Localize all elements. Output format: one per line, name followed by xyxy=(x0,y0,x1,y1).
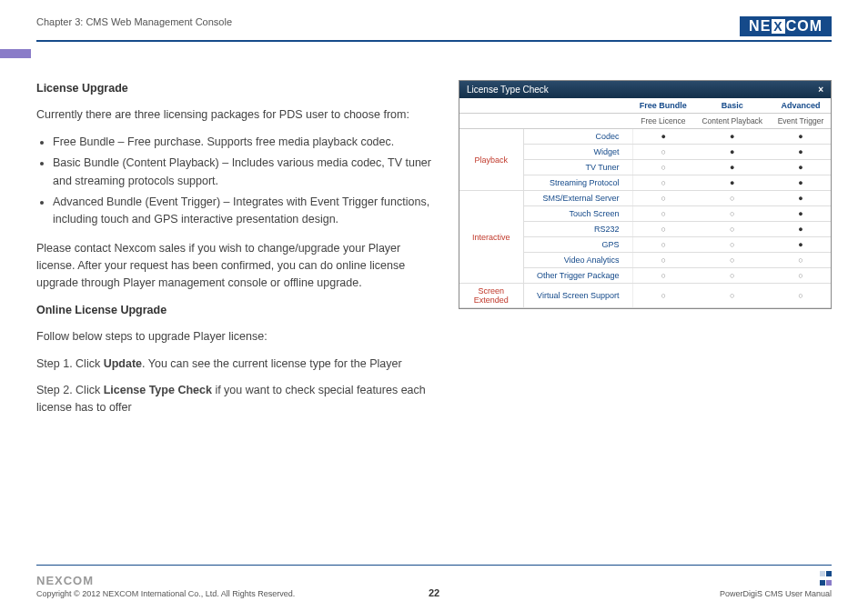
copyright: Copyright © 2012 NEXCOM International Co… xyxy=(36,589,295,598)
feature-cell: Streaming Protocol xyxy=(523,175,632,191)
step1-bold: Update xyxy=(104,357,142,370)
step2-bold: License Type Check xyxy=(104,384,212,396)
value-cell: ○ xyxy=(771,268,831,284)
close-icon[interactable]: × xyxy=(818,85,823,95)
col-sub-basic: Content Playback xyxy=(694,114,771,129)
value-cell: ● xyxy=(771,206,831,222)
step1-prefix: Step 1. Click xyxy=(36,357,104,370)
heading-online-upgrade: Online License Upgrade xyxy=(36,302,437,319)
value-cell: ○ xyxy=(632,175,694,191)
text-column: License Upgrade Currently there are thre… xyxy=(36,80,437,426)
value-cell: ● xyxy=(771,160,831,175)
list-item: Basic Bundle (Content Playback) – Includ… xyxy=(53,155,437,190)
feature-cell: Touch Screen xyxy=(523,206,632,222)
step1-suffix: . You can see the current license type f… xyxy=(142,357,402,370)
value-cell: ○ xyxy=(694,284,771,308)
step1-paragraph: Step 1. Click Update. You can see the cu… xyxy=(36,356,437,373)
value-cell: ● xyxy=(771,175,831,191)
content-row: License Upgrade Currently there are thre… xyxy=(36,80,832,426)
value-cell: ● xyxy=(694,145,771,160)
logo-text-x: X xyxy=(772,19,784,34)
license-table: Free Bundle Basic Advanced Free Licence … xyxy=(459,98,831,308)
list-item: Free Bundle – Free purchase. Supports fr… xyxy=(53,134,437,151)
intro-paragraph: Currently there are three licensing pack… xyxy=(36,106,437,124)
chapter-title: Chapter 3: CMS Web Management Console xyxy=(36,16,232,27)
value-cell: ○ xyxy=(632,268,694,284)
table-row: Screen ExtendedVirtual Screen Support○○○ xyxy=(459,284,831,308)
feature-cell: Widget xyxy=(523,145,632,160)
page-number: 22 xyxy=(429,587,439,598)
footer-right: PowerDigiS CMS User Manual xyxy=(720,569,832,598)
value-cell: ○ xyxy=(694,268,771,284)
value-cell: ○ xyxy=(694,237,771,253)
header: Chapter 3: CMS Web Management Console NE… xyxy=(36,16,832,42)
value-cell: ○ xyxy=(632,206,694,222)
step2-paragraph: Step 2. Click License Type Check if you … xyxy=(36,382,437,417)
logo-text-post: COM xyxy=(786,18,823,35)
feature-cell: GPS xyxy=(523,237,632,253)
logo-text-pre: NE xyxy=(749,18,771,35)
feature-cell: Virtual Screen Support xyxy=(523,284,632,308)
heading-license-upgrade: License Upgrade xyxy=(36,80,437,97)
license-type-check-panel: License Type Check × Free Bundle Basic A… xyxy=(459,80,832,309)
value-cell: ○ xyxy=(694,253,771,268)
contact-paragraph: Please contact Nexcom sales if you wish … xyxy=(36,240,437,293)
value-cell: ○ xyxy=(694,191,771,206)
value-cell: ● xyxy=(771,191,831,206)
accent-tab xyxy=(0,49,31,58)
value-cell: ○ xyxy=(632,160,694,175)
feature-cell: Video Analytics xyxy=(523,253,632,268)
value-cell: ○ xyxy=(632,191,694,206)
col-sub-advanced: Event Trigger xyxy=(771,114,831,129)
follow-paragraph: Follow below steps to upgrade Player lic… xyxy=(36,328,437,346)
value-cell: ● xyxy=(771,145,831,160)
list-item: Advanced Bundle (Event Trigger) – Integr… xyxy=(53,194,437,229)
panel-title: License Type Check xyxy=(467,85,549,95)
value-cell: ● xyxy=(632,129,694,145)
page: Chapter 3: CMS Web Management Console NE… xyxy=(0,0,868,426)
value-cell: ○ xyxy=(694,222,771,237)
col-head-advanced: Advanced xyxy=(771,98,831,114)
value-cell: ● xyxy=(694,129,771,145)
feature-cell: Other Trigger Package xyxy=(523,268,632,284)
value-cell: ○ xyxy=(694,206,771,222)
value-cell: ○ xyxy=(771,253,831,268)
panel-header: License Type Check × xyxy=(459,81,831,98)
value-cell: ● xyxy=(694,160,771,175)
table-row: PlaybackCodec●●● xyxy=(459,129,831,145)
col-sub-free: Free Licence xyxy=(632,114,694,129)
value-cell: ○ xyxy=(632,145,694,160)
bundle-list: Free Bundle – Free purchase. Supports fr… xyxy=(53,134,437,229)
value-cell: ○ xyxy=(771,284,831,308)
logo: NEXCOM xyxy=(740,16,832,36)
value-cell: ● xyxy=(771,222,831,237)
feature-cell: SMS/External Server xyxy=(523,191,632,206)
footer-logo: NEXCOM xyxy=(36,574,295,587)
category-cell: Playback xyxy=(459,129,523,191)
feature-cell: TV Tuner xyxy=(523,160,632,175)
manual-name: PowerDigiS CMS User Manual xyxy=(720,589,832,598)
decoration-squares xyxy=(819,569,832,587)
value-cell: ○ xyxy=(632,237,694,253)
panel-column: License Type Check × Free Bundle Basic A… xyxy=(459,80,832,309)
value-cell: ○ xyxy=(632,253,694,268)
col-head-basic: Basic xyxy=(694,98,771,114)
table-row: InteractiveSMS/External Server○○● xyxy=(459,191,831,206)
col-head-free: Free Bundle xyxy=(632,98,694,114)
feature-cell: Codec xyxy=(523,129,632,145)
value-cell: ○ xyxy=(632,222,694,237)
value-cell: ● xyxy=(771,129,831,145)
footer-left: NEXCOM Copyright © 2012 NEXCOM Internati… xyxy=(36,574,295,598)
feature-cell: RS232 xyxy=(523,222,632,237)
footer: NEXCOM Copyright © 2012 NEXCOM Internati… xyxy=(36,565,832,598)
value-cell: ○ xyxy=(632,284,694,308)
value-cell: ● xyxy=(771,237,831,253)
category-cell: Screen Extended xyxy=(459,284,523,308)
category-cell: Interactive xyxy=(459,191,523,284)
value-cell: ● xyxy=(694,175,771,191)
step2-prefix: Step 2. Click xyxy=(36,384,104,396)
